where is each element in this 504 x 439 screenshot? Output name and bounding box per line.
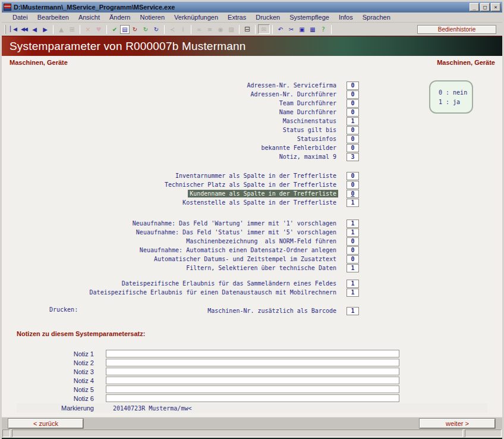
menu-sprachen[interactable]: Sprachen: [358, 13, 395, 21]
nav-prev-icon[interactable]: ◀: [29, 24, 40, 35]
nav-next-icon[interactable]: ▶: [40, 24, 51, 35]
param-input[interactable]: 1: [346, 264, 359, 272]
menu-notieren[interactable]: Notieren: [135, 13, 169, 21]
action-blue-icon[interactable]: ↻: [151, 24, 162, 35]
menu-drucken[interactable]: Drucken: [251, 13, 285, 21]
toolbar-separator: [164, 25, 165, 34]
param-input[interactable]: 0: [346, 237, 359, 246]
window-title: D:\Mustermann\_MService_Programm\MServic…: [14, 4, 467, 11]
param-input[interactable]: 0: [346, 126, 359, 134]
bedienhistorie-button[interactable]: Bedienhistorie: [417, 25, 496, 34]
param-input[interactable]: 1: [346, 307, 359, 315]
form-area: 0 : nein 1 : ja Adressen-Nr. Servicefirm…: [2, 68, 502, 417]
param-input[interactable]: 0: [346, 144, 359, 152]
param-input[interactable]: 0: [346, 108, 359, 117]
action-green-icon[interactable]: ↻: [140, 24, 151, 35]
param-label: Maschinen-Nr. zusätzlich als Barcode: [207, 307, 336, 315]
application-window: D:\Mustermann\_MService_Programm\MServic…: [0, 0, 504, 439]
param-input[interactable]: 1: [346, 228, 359, 237]
note-input-1[interactable]: [106, 350, 399, 358]
confirm-check-icon[interactable]: ✔: [109, 24, 120, 35]
param-input[interactable]: 1: [346, 280, 359, 288]
param-label: Statusinfos: [297, 135, 336, 143]
note-label: Notiz 2: [17, 359, 94, 366]
param-row: Filtern, Selektieren über technische Dat…: [2, 264, 502, 272]
param-input[interactable]: 0: [346, 135, 359, 143]
nav-rewind-icon[interactable]: ◀◀: [18, 24, 29, 35]
note-input-2[interactable]: [106, 359, 399, 366]
help-icon[interactable]: ?: [318, 24, 329, 35]
param-label: Filtern, Selektieren über technische Dat…: [186, 264, 336, 272]
param-input[interactable]: 0: [346, 81, 359, 90]
status-panel-main: [12, 429, 463, 437]
param-row: Adressen-Nr. Servicefirma 0: [2, 81, 502, 90]
markierung-label: Markierung: [17, 404, 94, 412]
param-row: Team Durchführer 0: [2, 99, 502, 108]
param-input[interactable]: 0: [346, 246, 359, 255]
maximize-button[interactable]: □: [480, 3, 490, 11]
close-button[interactable]: ×: [491, 3, 500, 11]
menu-verknuepfungen[interactable]: Verknüpfungen: [169, 13, 223, 21]
param-label-highlighted: Kundenname als Spalte in der Trefferlist…: [188, 190, 338, 197]
param-input[interactable]: 1: [346, 199, 359, 207]
search-binoculars-icon: ∞: [194, 24, 204, 35]
undo-icon[interactable]: ↶: [275, 24, 286, 35]
menu-infos[interactable]: Infos: [334, 13, 358, 21]
param-row: Technischer Platz als Spalte in der Tref…: [2, 180, 502, 189]
param-input[interactable]: 0: [346, 255, 359, 264]
param-label: Maschinenbezeichnung als NORM-Feld führe…: [186, 237, 336, 245]
param-label: Team Durchführer: [279, 99, 336, 107]
note-label: Notiz 5: [17, 386, 94, 393]
param-input[interactable]: 0: [346, 90, 359, 99]
title-bar[interactable]: D:\Mustermann\_MService_Programm\MServic…: [2, 2, 502, 12]
menu-datei[interactable]: Datei: [8, 13, 33, 21]
param-row-selected: Kundenname als Spalte in der Trefferlist…: [2, 189, 502, 198]
menu-ansicht[interactable]: Ansicht: [74, 13, 105, 21]
nav-first-icon[interactable]: ▏◀: [8, 24, 18, 35]
paste-icon[interactable]: ▦: [307, 24, 318, 35]
menu-systempflege[interactable]: Systempflege: [285, 13, 334, 21]
print-icon[interactable]: ⊟: [242, 24, 253, 35]
menu-extras[interactable]: Extras: [223, 13, 251, 21]
param-row: Dateispezifische Erlaubnis für einen Dat…: [2, 288, 502, 297]
delete-icon: ×: [83, 24, 93, 35]
mail-icon: ✉: [258, 24, 270, 34]
minimize-button[interactable]: _: [470, 3, 479, 11]
toolbar-grip: [5, 25, 6, 34]
param-input[interactable]: 3: [346, 153, 359, 161]
info-icon: i: [178, 24, 188, 35]
back-button[interactable]: < zurück: [8, 419, 83, 428]
param-row: Notiz, maximal 9 3: [2, 152, 502, 161]
note-row: Notiz 5: [17, 385, 487, 394]
param-input[interactable]: 0: [346, 181, 359, 189]
copy-icon[interactable]: ▣: [297, 24, 307, 35]
param-label: Adressen-Nr. Durchführer: [251, 90, 337, 98]
param-label: Status gilt bis: [283, 126, 336, 134]
cut-scissors-icon[interactable]: ✂: [286, 24, 297, 35]
next-button[interactable]: weiter >: [420, 419, 495, 428]
drucken-section-label: Drucken:: [49, 306, 78, 313]
param-input[interactable]: 0: [346, 99, 359, 108]
param-label: Automatischer Datums- und Zeitstempel im…: [154, 255, 336, 263]
param-input-focused[interactable]: 0: [346, 190, 359, 198]
toolbar-separator: [331, 25, 332, 34]
form-icon[interactable]: ▤: [120, 25, 130, 34]
menu-bearbeiten[interactable]: Bearbeiten: [33, 13, 74, 21]
notes-heading: Notizen zu diesem Systemparametersatz:: [17, 330, 487, 339]
note-input-6[interactable]: [106, 394, 399, 402]
menu-aendern[interactable]: Ändern: [105, 13, 135, 21]
param-row: Maschinenstatus 1: [2, 117, 502, 126]
note-input-3[interactable]: [106, 368, 399, 375]
param-input[interactable]: 0: [346, 172, 359, 180]
param-input[interactable]: 1: [346, 219, 359, 228]
action-red-icon[interactable]: ↻: [130, 24, 140, 35]
param-input[interactable]: 1: [346, 289, 359, 297]
status-panel-right: [465, 429, 502, 437]
param-row: Adressen-Nr. Durchführer 0: [2, 90, 502, 99]
branch-icon: ≺: [167, 24, 178, 35]
note-input-5[interactable]: [106, 385, 399, 393]
param-row: Automatischer Datums- und Zeitstempel im…: [2, 255, 502, 264]
param-input[interactable]: 1: [346, 117, 359, 126]
note-input-4[interactable]: [106, 377, 399, 384]
app-icon: [4, 4, 11, 11]
